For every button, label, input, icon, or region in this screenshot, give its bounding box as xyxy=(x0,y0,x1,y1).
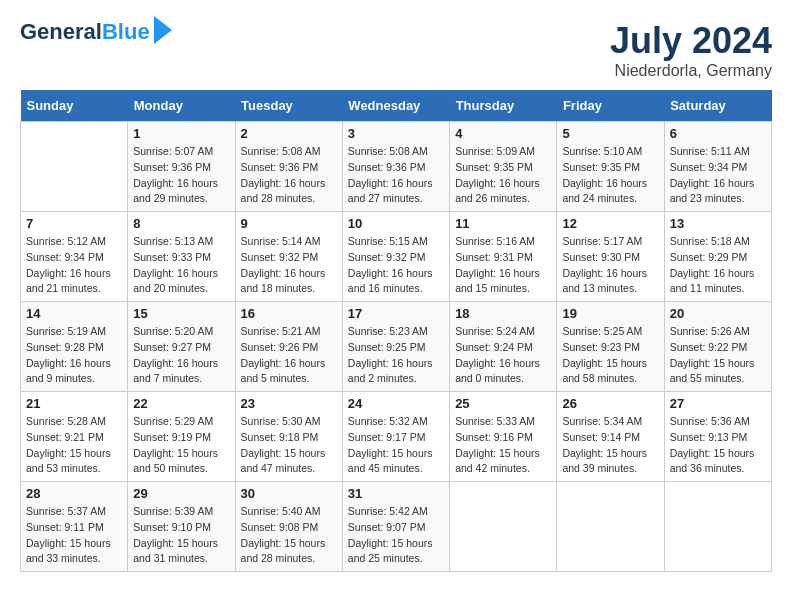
calendar-cell: 3Sunrise: 5:08 AMSunset: 9:36 PMDaylight… xyxy=(342,122,449,212)
calendar-cell: 9Sunrise: 5:14 AMSunset: 9:32 PMDaylight… xyxy=(235,212,342,302)
day-number: 9 xyxy=(241,216,337,231)
day-info: Sunrise: 5:23 AMSunset: 9:25 PMDaylight:… xyxy=(348,324,444,387)
day-number: 8 xyxy=(133,216,229,231)
day-number: 31 xyxy=(348,486,444,501)
calendar-cell: 31Sunrise: 5:42 AMSunset: 9:07 PMDayligh… xyxy=(342,482,449,572)
day-number: 5 xyxy=(562,126,658,141)
calendar-cell: 21Sunrise: 5:28 AMSunset: 9:21 PMDayligh… xyxy=(21,392,128,482)
calendar-cell: 2Sunrise: 5:08 AMSunset: 9:36 PMDaylight… xyxy=(235,122,342,212)
day-info: Sunrise: 5:32 AMSunset: 9:17 PMDaylight:… xyxy=(348,414,444,477)
calendar-cell: 30Sunrise: 5:40 AMSunset: 9:08 PMDayligh… xyxy=(235,482,342,572)
logo-text-general: GeneralBlue xyxy=(20,20,150,44)
day-info: Sunrise: 5:18 AMSunset: 9:29 PMDaylight:… xyxy=(670,234,766,297)
day-number: 20 xyxy=(670,306,766,321)
day-number: 7 xyxy=(26,216,122,231)
day-info: Sunrise: 5:40 AMSunset: 9:08 PMDaylight:… xyxy=(241,504,337,567)
day-info: Sunrise: 5:10 AMSunset: 9:35 PMDaylight:… xyxy=(562,144,658,207)
calendar-cell: 20Sunrise: 5:26 AMSunset: 9:22 PMDayligh… xyxy=(664,302,771,392)
day-number: 1 xyxy=(133,126,229,141)
calendar-cell: 22Sunrise: 5:29 AMSunset: 9:19 PMDayligh… xyxy=(128,392,235,482)
day-number: 25 xyxy=(455,396,551,411)
calendar-cell xyxy=(664,482,771,572)
day-info: Sunrise: 5:13 AMSunset: 9:33 PMDaylight:… xyxy=(133,234,229,297)
calendar-cell: 11Sunrise: 5:16 AMSunset: 9:31 PMDayligh… xyxy=(450,212,557,302)
day-number: 17 xyxy=(348,306,444,321)
calendar-header: SundayMondayTuesdayWednesdayThursdayFrid… xyxy=(21,90,772,122)
calendar-cell: 12Sunrise: 5:17 AMSunset: 9:30 PMDayligh… xyxy=(557,212,664,302)
day-number: 11 xyxy=(455,216,551,231)
day-info: Sunrise: 5:37 AMSunset: 9:11 PMDaylight:… xyxy=(26,504,122,567)
day-number: 27 xyxy=(670,396,766,411)
calendar-body: 1Sunrise: 5:07 AMSunset: 9:36 PMDaylight… xyxy=(21,122,772,572)
day-number: 30 xyxy=(241,486,337,501)
weekday-header-monday: Monday xyxy=(128,90,235,122)
calendar-cell xyxy=(21,122,128,212)
day-info: Sunrise: 5:28 AMSunset: 9:21 PMDaylight:… xyxy=(26,414,122,477)
day-info: Sunrise: 5:42 AMSunset: 9:07 PMDaylight:… xyxy=(348,504,444,567)
calendar-week-row: 28Sunrise: 5:37 AMSunset: 9:11 PMDayligh… xyxy=(21,482,772,572)
calendar-cell: 1Sunrise: 5:07 AMSunset: 9:36 PMDaylight… xyxy=(128,122,235,212)
calendar-cell: 13Sunrise: 5:18 AMSunset: 9:29 PMDayligh… xyxy=(664,212,771,302)
calendar-cell: 29Sunrise: 5:39 AMSunset: 9:10 PMDayligh… xyxy=(128,482,235,572)
day-info: Sunrise: 5:15 AMSunset: 9:32 PMDaylight:… xyxy=(348,234,444,297)
day-info: Sunrise: 5:24 AMSunset: 9:24 PMDaylight:… xyxy=(455,324,551,387)
day-info: Sunrise: 5:20 AMSunset: 9:27 PMDaylight:… xyxy=(133,324,229,387)
calendar-cell: 6Sunrise: 5:11 AMSunset: 9:34 PMDaylight… xyxy=(664,122,771,212)
calendar-cell: 5Sunrise: 5:10 AMSunset: 9:35 PMDaylight… xyxy=(557,122,664,212)
day-number: 22 xyxy=(133,396,229,411)
calendar-week-row: 21Sunrise: 5:28 AMSunset: 9:21 PMDayligh… xyxy=(21,392,772,482)
day-info: Sunrise: 5:12 AMSunset: 9:34 PMDaylight:… xyxy=(26,234,122,297)
weekday-header-saturday: Saturday xyxy=(664,90,771,122)
calendar-table: SundayMondayTuesdayWednesdayThursdayFrid… xyxy=(20,90,772,572)
day-number: 10 xyxy=(348,216,444,231)
calendar-cell xyxy=(557,482,664,572)
day-info: Sunrise: 5:36 AMSunset: 9:13 PMDaylight:… xyxy=(670,414,766,477)
weekday-header-friday: Friday xyxy=(557,90,664,122)
calendar-cell: 14Sunrise: 5:19 AMSunset: 9:28 PMDayligh… xyxy=(21,302,128,392)
day-info: Sunrise: 5:30 AMSunset: 9:18 PMDaylight:… xyxy=(241,414,337,477)
day-number: 26 xyxy=(562,396,658,411)
day-number: 19 xyxy=(562,306,658,321)
day-info: Sunrise: 5:11 AMSunset: 9:34 PMDaylight:… xyxy=(670,144,766,207)
calendar-cell: 25Sunrise: 5:33 AMSunset: 9:16 PMDayligh… xyxy=(450,392,557,482)
day-number: 4 xyxy=(455,126,551,141)
location-subtitle: Niederdorla, Germany xyxy=(610,62,772,80)
calendar-cell: 27Sunrise: 5:36 AMSunset: 9:13 PMDayligh… xyxy=(664,392,771,482)
day-info: Sunrise: 5:33 AMSunset: 9:16 PMDaylight:… xyxy=(455,414,551,477)
day-info: Sunrise: 5:16 AMSunset: 9:31 PMDaylight:… xyxy=(455,234,551,297)
calendar-week-row: 14Sunrise: 5:19 AMSunset: 9:28 PMDayligh… xyxy=(21,302,772,392)
day-number: 14 xyxy=(26,306,122,321)
weekday-header-row: SundayMondayTuesdayWednesdayThursdayFrid… xyxy=(21,90,772,122)
title-block: July 2024 Niederdorla, Germany xyxy=(610,20,772,80)
day-info: Sunrise: 5:25 AMSunset: 9:23 PMDaylight:… xyxy=(562,324,658,387)
logo: GeneralBlue xyxy=(20,20,172,44)
logo-arrow-icon xyxy=(154,16,172,44)
day-number: 16 xyxy=(241,306,337,321)
day-number: 15 xyxy=(133,306,229,321)
day-info: Sunrise: 5:21 AMSunset: 9:26 PMDaylight:… xyxy=(241,324,337,387)
calendar-cell: 19Sunrise: 5:25 AMSunset: 9:23 PMDayligh… xyxy=(557,302,664,392)
day-number: 23 xyxy=(241,396,337,411)
calendar-cell: 8Sunrise: 5:13 AMSunset: 9:33 PMDaylight… xyxy=(128,212,235,302)
day-number: 28 xyxy=(26,486,122,501)
day-number: 18 xyxy=(455,306,551,321)
day-info: Sunrise: 5:29 AMSunset: 9:19 PMDaylight:… xyxy=(133,414,229,477)
calendar-cell: 10Sunrise: 5:15 AMSunset: 9:32 PMDayligh… xyxy=(342,212,449,302)
calendar-cell: 16Sunrise: 5:21 AMSunset: 9:26 PMDayligh… xyxy=(235,302,342,392)
day-info: Sunrise: 5:14 AMSunset: 9:32 PMDaylight:… xyxy=(241,234,337,297)
day-info: Sunrise: 5:34 AMSunset: 9:14 PMDaylight:… xyxy=(562,414,658,477)
day-info: Sunrise: 5:09 AMSunset: 9:35 PMDaylight:… xyxy=(455,144,551,207)
day-info: Sunrise: 5:26 AMSunset: 9:22 PMDaylight:… xyxy=(670,324,766,387)
day-info: Sunrise: 5:07 AMSunset: 9:36 PMDaylight:… xyxy=(133,144,229,207)
logo-text-blue: Blue xyxy=(102,19,150,44)
calendar-cell: 7Sunrise: 5:12 AMSunset: 9:34 PMDaylight… xyxy=(21,212,128,302)
calendar-cell: 4Sunrise: 5:09 AMSunset: 9:35 PMDaylight… xyxy=(450,122,557,212)
calendar-cell: 23Sunrise: 5:30 AMSunset: 9:18 PMDayligh… xyxy=(235,392,342,482)
day-number: 3 xyxy=(348,126,444,141)
calendar-week-row: 7Sunrise: 5:12 AMSunset: 9:34 PMDaylight… xyxy=(21,212,772,302)
day-number: 13 xyxy=(670,216,766,231)
calendar-cell: 15Sunrise: 5:20 AMSunset: 9:27 PMDayligh… xyxy=(128,302,235,392)
day-number: 2 xyxy=(241,126,337,141)
day-info: Sunrise: 5:19 AMSunset: 9:28 PMDaylight:… xyxy=(26,324,122,387)
day-number: 29 xyxy=(133,486,229,501)
